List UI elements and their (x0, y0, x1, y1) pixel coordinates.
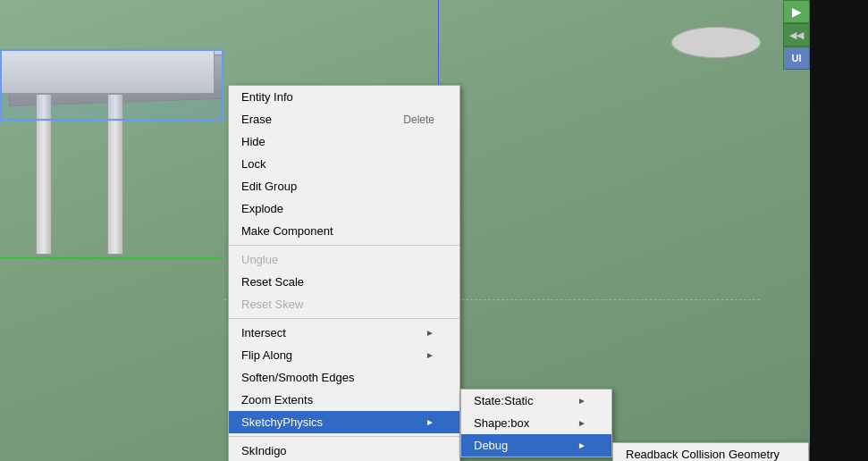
menu-label-state-static: State:Static (474, 394, 577, 407)
submenu-debug: Readback Collision Geometry (612, 442, 809, 461)
menu-item-zoom-extents[interactable]: Zoom Extents (229, 389, 459, 411)
shape-box-arrow: ► (577, 418, 586, 428)
selection-highlight (0, 49, 223, 121)
menu-shortcut-erase: Delete (403, 113, 434, 126)
state-static-arrow: ► (577, 396, 586, 406)
menu-label-make-component: Make Component (241, 224, 434, 238)
menu-label-debug: Debug (474, 439, 577, 452)
menu-item-hide[interactable]: Hide (229, 130, 459, 153)
menu-label-edit-group: Edit Group (241, 180, 434, 193)
submenu-sketchyphysics: State:Static ► Shape:box ► Debug ► (460, 389, 612, 457)
menu-item-reset-scale[interactable]: Reset Scale (229, 271, 459, 293)
menu-item-flip-along[interactable]: Flip Along ► (229, 344, 459, 366)
cylinder-shape (671, 27, 761, 58)
menu-label-unglue: Unglue (241, 253, 434, 266)
menu-item-make-component[interactable]: Make Component (229, 220, 459, 242)
menu-label-flip-along: Flip Along (241, 348, 426, 362)
menu-item-skindigo[interactable]: SkIndigo (229, 440, 459, 461)
menu-item-erase[interactable]: Erase Delete (229, 108, 459, 130)
menu-label-reset-skew: Reset Skew (241, 298, 434, 311)
context-menu: Entity Info Erase Delete Hide Lock Edit … (228, 85, 460, 461)
rewind-button[interactable]: ◀◀ (783, 23, 810, 46)
menu-item-shape-box[interactable]: Shape:box ► (461, 412, 611, 434)
menu-item-explode[interactable]: Explode (229, 197, 459, 220)
menu-item-entity-info[interactable]: Entity Info (229, 86, 459, 108)
menu-label-zoom-extents: Zoom Extents (241, 393, 434, 407)
menu-label-hide: Hide (241, 135, 434, 148)
separator-1 (229, 245, 459, 246)
menu-item-reset-skew[interactable]: Reset Skew (229, 293, 459, 315)
right-panel (810, 0, 868, 461)
separator-2 (229, 318, 459, 319)
menu-label-reset-scale: Reset Scale (241, 275, 434, 289)
menu-item-intersect[interactable]: Intersect ► (229, 322, 459, 344)
menu-item-state-static[interactable]: State:Static ► (461, 390, 611, 412)
menu-label-erase: Erase (241, 113, 367, 126)
debug-arrow: ► (577, 440, 586, 450)
flip-along-arrow: ► (426, 350, 434, 360)
menu-label-shape-box: Shape:box (474, 416, 577, 430)
menu-label-intersect: Intersect (241, 326, 426, 339)
menu-label-soften-smooth: Soften/Smooth Edges (241, 371, 434, 384)
play-button[interactable]: ▶ (783, 0, 810, 23)
menu-item-debug[interactable]: Debug ► (461, 434, 611, 457)
ground-line (0, 257, 223, 259)
menu-item-edit-group[interactable]: Edit Group (229, 175, 459, 197)
menu-label-readback-collision-geometry: Readback Collision Geometry (626, 448, 783, 461)
sketchyphysics-arrow: ► (426, 417, 434, 427)
menu-item-soften-smooth[interactable]: Soften/Smooth Edges (229, 366, 459, 389)
ui-button[interactable]: UI (783, 46, 810, 70)
intersect-arrow: ► (426, 328, 434, 338)
menu-item-sketchyphysics[interactable]: SketchyPhysics ► (229, 411, 459, 433)
menu-item-readback-collision-geometry[interactable]: Readback Collision Geometry (613, 443, 808, 461)
toolbar: ▶ ◀◀ UI (783, 0, 810, 70)
separator-3 (229, 436, 459, 437)
menu-item-lock[interactable]: Lock (229, 153, 459, 175)
menu-label-sketchyphysics: SketchyPhysics (241, 415, 426, 429)
menu-item-unglue[interactable]: Unglue (229, 248, 459, 271)
menu-label-explode: Explode (241, 202, 434, 215)
menu-label-skindigo: SkIndigo (241, 444, 434, 457)
menu-label-entity-info: Entity Info (241, 90, 434, 104)
menu-label-lock: Lock (241, 157, 434, 171)
